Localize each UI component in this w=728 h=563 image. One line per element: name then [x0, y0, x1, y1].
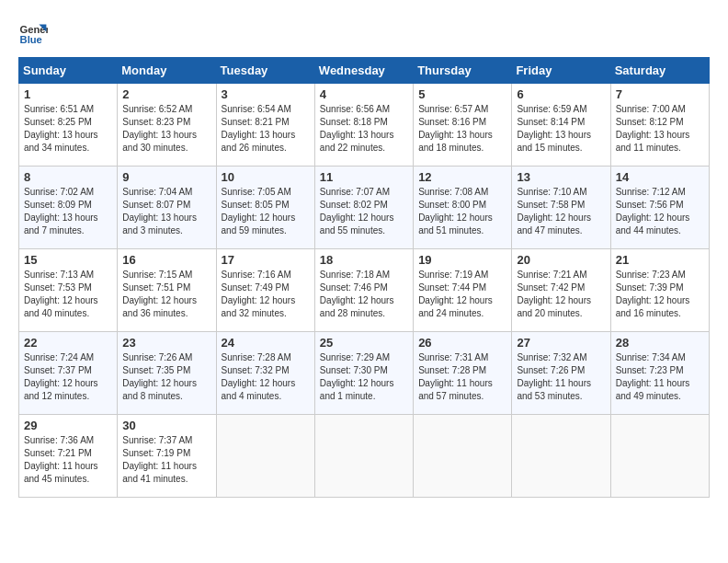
calendar-cell: 13Sunrise: 7:10 AM Sunset: 7:58 PM Dayli… [512, 167, 610, 249]
calendar-cell: 19Sunrise: 7:19 AM Sunset: 7:44 PM Dayli… [414, 249, 512, 332]
day-content: Sunrise: 6:54 AM Sunset: 8:21 PM Dayligh… [222, 103, 310, 155]
calendar-cell: 7Sunrise: 7:00 AM Sunset: 8:12 PM Daylig… [610, 84, 709, 167]
calendar-week-row: 22Sunrise: 7:24 AM Sunset: 7:37 PM Dayli… [19, 332, 710, 415]
calendar-cell: 30Sunrise: 7:37 AM Sunset: 7:19 PM Dayli… [118, 415, 216, 498]
svg-text:Blue: Blue [20, 34, 42, 45]
day-content: Sunrise: 7:13 AM Sunset: 7:53 PM Dayligh… [24, 269, 112, 320]
weekday-header: Wednesday [314, 58, 413, 84]
day-content: Sunrise: 6:52 AM Sunset: 8:23 PM Dayligh… [122, 103, 210, 155]
day-number: 27 [517, 336, 605, 350]
day-content: Sunrise: 7:32 AM Sunset: 7:26 PM Dayligh… [517, 351, 605, 403]
page-header: General Blue [18, 18, 710, 48]
calendar-cell: 24Sunrise: 7:28 AM Sunset: 7:32 PM Dayli… [216, 332, 314, 415]
day-number: 1 [24, 87, 112, 101]
day-content: Sunrise: 7:37 AM Sunset: 7:19 PM Dayligh… [122, 434, 210, 486]
day-content: Sunrise: 7:23 AM Sunset: 7:39 PM Dayligh… [616, 269, 704, 320]
calendar-cell: 22Sunrise: 7:24 AM Sunset: 7:37 PM Dayli… [19, 332, 118, 415]
calendar-cell [314, 415, 413, 498]
calendar-cell: 15Sunrise: 7:13 AM Sunset: 7:53 PM Dayli… [19, 249, 118, 332]
day-number: 5 [418, 87, 506, 101]
day-number: 9 [122, 170, 210, 184]
calendar-cell: 6Sunrise: 6:59 AM Sunset: 8:14 PM Daylig… [512, 84, 610, 167]
day-number: 14 [616, 170, 704, 184]
day-number: 4 [320, 87, 408, 101]
calendar-cell: 11Sunrise: 7:07 AM Sunset: 8:02 PM Dayli… [314, 167, 413, 249]
day-number: 26 [418, 336, 506, 350]
day-number: 18 [320, 253, 408, 267]
day-content: Sunrise: 7:00 AM Sunset: 8:12 PM Dayligh… [616, 103, 704, 155]
calendar-week-row: 1Sunrise: 6:51 AM Sunset: 8:25 PM Daylig… [19, 84, 710, 167]
day-content: Sunrise: 6:56 AM Sunset: 8:18 PM Dayligh… [320, 103, 408, 155]
day-content: Sunrise: 7:02 AM Sunset: 8:09 PM Dayligh… [24, 186, 112, 237]
weekday-header: Monday [118, 58, 216, 84]
calendar-cell: 9Sunrise: 7:04 AM Sunset: 8:07 PM Daylig… [118, 167, 216, 249]
day-content: Sunrise: 6:51 AM Sunset: 8:25 PM Dayligh… [24, 103, 112, 155]
day-number: 22 [24, 336, 112, 350]
day-content: Sunrise: 7:26 AM Sunset: 7:35 PM Dayligh… [122, 351, 210, 403]
calendar-cell: 28Sunrise: 7:34 AM Sunset: 7:23 PM Dayli… [610, 332, 709, 415]
calendar-cell: 25Sunrise: 7:29 AM Sunset: 7:30 PM Dayli… [314, 332, 413, 415]
day-number: 23 [122, 336, 210, 350]
weekday-header: Tuesday [216, 58, 314, 84]
calendar-cell [512, 415, 610, 498]
calendar-cell: 5Sunrise: 6:57 AM Sunset: 8:16 PM Daylig… [414, 84, 512, 167]
day-number: 20 [517, 253, 605, 267]
day-number: 6 [517, 87, 605, 101]
logo: General Blue [18, 18, 51, 48]
calendar-header-row: SundayMondayTuesdayWednesdayThursdayFrid… [19, 58, 710, 84]
weekday-header: Sunday [19, 58, 118, 84]
day-content: Sunrise: 7:16 AM Sunset: 7:49 PM Dayligh… [222, 269, 310, 320]
day-content: Sunrise: 7:08 AM Sunset: 8:00 PM Dayligh… [418, 186, 506, 237]
logo-icon: General Blue [18, 18, 48, 48]
calendar-cell: 20Sunrise: 7:21 AM Sunset: 7:42 PM Dayli… [512, 249, 610, 332]
day-number: 2 [122, 87, 210, 101]
calendar-table: SundayMondayTuesdayWednesdayThursdayFrid… [18, 57, 710, 498]
calendar-cell: 2Sunrise: 6:52 AM Sunset: 8:23 PM Daylig… [118, 84, 216, 167]
day-content: Sunrise: 7:34 AM Sunset: 7:23 PM Dayligh… [616, 351, 704, 403]
calendar-cell: 21Sunrise: 7:23 AM Sunset: 7:39 PM Dayli… [610, 249, 709, 332]
day-number: 11 [320, 170, 408, 184]
calendar-cell: 4Sunrise: 6:56 AM Sunset: 8:18 PM Daylig… [314, 84, 413, 167]
day-number: 19 [418, 253, 506, 267]
calendar-cell: 23Sunrise: 7:26 AM Sunset: 7:35 PM Dayli… [118, 332, 216, 415]
day-number: 10 [222, 170, 310, 184]
calendar-cell: 8Sunrise: 7:02 AM Sunset: 8:09 PM Daylig… [19, 167, 118, 249]
day-content: Sunrise: 7:19 AM Sunset: 7:44 PM Dayligh… [418, 269, 506, 320]
calendar-cell: 26Sunrise: 7:31 AM Sunset: 7:28 PM Dayli… [414, 332, 512, 415]
calendar-cell: 10Sunrise: 7:05 AM Sunset: 8:05 PM Dayli… [216, 167, 314, 249]
day-number: 28 [616, 336, 704, 350]
day-number: 15 [24, 253, 112, 267]
day-number: 16 [122, 253, 210, 267]
day-content: Sunrise: 7:12 AM Sunset: 7:56 PM Dayligh… [616, 186, 704, 237]
day-content: Sunrise: 7:36 AM Sunset: 7:21 PM Dayligh… [24, 434, 112, 486]
day-content: Sunrise: 6:59 AM Sunset: 8:14 PM Dayligh… [517, 103, 605, 155]
day-content: Sunrise: 7:29 AM Sunset: 7:30 PM Dayligh… [320, 351, 408, 403]
calendar-cell: 27Sunrise: 7:32 AM Sunset: 7:26 PM Dayli… [512, 332, 610, 415]
calendar-week-row: 29Sunrise: 7:36 AM Sunset: 7:21 PM Dayli… [19, 415, 710, 498]
calendar-week-row: 8Sunrise: 7:02 AM Sunset: 8:09 PM Daylig… [19, 167, 710, 249]
calendar-cell [216, 415, 314, 498]
calendar-cell: 1Sunrise: 6:51 AM Sunset: 8:25 PM Daylig… [19, 84, 118, 167]
day-number: 30 [122, 419, 210, 432]
day-content: Sunrise: 7:21 AM Sunset: 7:42 PM Dayligh… [517, 269, 605, 320]
calendar-cell: 14Sunrise: 7:12 AM Sunset: 7:56 PM Dayli… [610, 167, 709, 249]
weekday-header: Friday [512, 58, 610, 84]
day-content: Sunrise: 7:28 AM Sunset: 7:32 PM Dayligh… [222, 351, 310, 403]
weekday-header: Thursday [414, 58, 512, 84]
calendar-cell [414, 415, 512, 498]
weekday-header: Saturday [610, 58, 709, 84]
day-number: 29 [24, 419, 112, 432]
day-content: Sunrise: 7:05 AM Sunset: 8:05 PM Dayligh… [222, 186, 310, 237]
calendar-week-row: 15Sunrise: 7:13 AM Sunset: 7:53 PM Dayli… [19, 249, 710, 332]
day-number: 25 [320, 336, 408, 350]
day-number: 17 [222, 253, 310, 267]
calendar-cell: 17Sunrise: 7:16 AM Sunset: 7:49 PM Dayli… [216, 249, 314, 332]
day-number: 13 [517, 170, 605, 184]
day-content: Sunrise: 7:18 AM Sunset: 7:46 PM Dayligh… [320, 269, 408, 320]
calendar-cell: 18Sunrise: 7:18 AM Sunset: 7:46 PM Dayli… [314, 249, 413, 332]
day-number: 21 [616, 253, 704, 267]
calendar-cell: 3Sunrise: 6:54 AM Sunset: 8:21 PM Daylig… [216, 84, 314, 167]
day-content: Sunrise: 7:10 AM Sunset: 7:58 PM Dayligh… [517, 186, 605, 237]
day-content: Sunrise: 7:31 AM Sunset: 7:28 PM Dayligh… [418, 351, 506, 403]
day-content: Sunrise: 7:07 AM Sunset: 8:02 PM Dayligh… [320, 186, 408, 237]
